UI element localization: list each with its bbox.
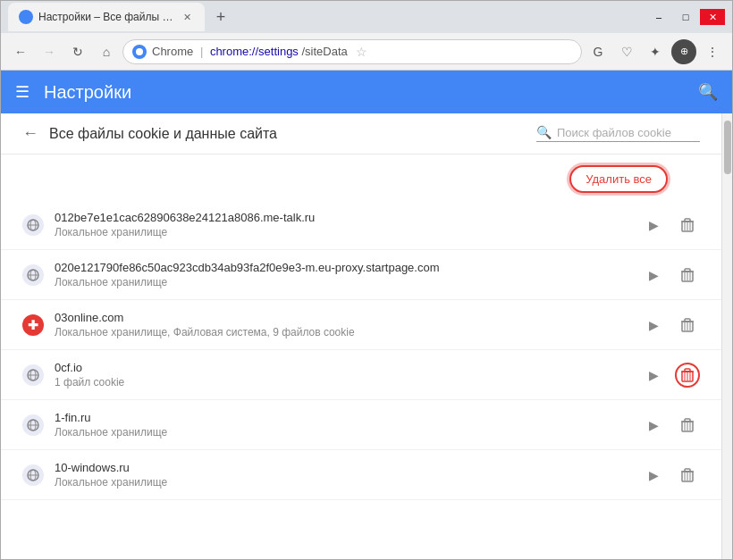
expand-button[interactable]: ▶ <box>643 218 664 232</box>
delete-item-button[interactable] <box>675 263 700 288</box>
window-controls: – □ ✕ <box>646 9 725 25</box>
site-info: 020e121790fe86c50ac923cdb34ab93fa2f0e9e3… <box>55 261 632 288</box>
shields-icon[interactable]: ♡ <box>614 39 639 64</box>
list-item: 0cf.io 1 файл cookie ▶ <box>1 350 721 400</box>
delete-all-row: Удалить все <box>1 155 721 200</box>
extensions-icon[interactable]: ✦ <box>643 39 668 64</box>
toolbar-icons: G ♡ ✦ ⊕ ⋮ <box>586 39 725 64</box>
search-input[interactable] <box>557 126 700 139</box>
list-item: 020e121790fe86c50ac923cdb34ab93fa2f0e9e3… <box>1 250 721 300</box>
search-icon: 🔍 <box>536 125 552 139</box>
site-description: Локальное хранилище <box>55 426 632 439</box>
content-area: ← Все файлы cookie и данные сайта 🔍 Удал… <box>1 113 732 559</box>
browser-window: Настройки – Все файлы cookie ✕ + – □ ✕ ←… <box>0 0 733 560</box>
site-domain: 020e121790fe86c50ac923cdb34ab93fa2f0e9e3… <box>55 261 632 274</box>
expand-button[interactable]: ▶ <box>643 268 664 282</box>
chrome-label: Chrome <box>152 45 193 58</box>
addressbar: ← → ↻ ⌂ Chrome | chrome://settings /site… <box>1 33 732 71</box>
settings-url: chrome://settings <box>210 45 299 58</box>
address-text: Chrome | chrome://settings /siteData <box>152 45 348 58</box>
page-title: Все файлы cookie и данные сайта <box>49 126 526 142</box>
expand-button[interactable]: ▶ <box>643 318 664 332</box>
site-domain: 03online.com <box>55 311 632 324</box>
tab-close-button[interactable]: ✕ <box>180 10 194 24</box>
tab-title: Настройки – Все файлы cookie <box>38 11 174 23</box>
url-path: /siteData <box>302 45 348 58</box>
app-header: ☰ Настройки 🔍 <box>1 71 732 113</box>
app-title: Настройки <box>44 82 131 103</box>
cookie-search-box[interactable]: 🔍 <box>536 125 700 142</box>
expand-button[interactable]: ▶ <box>643 468 664 482</box>
list-item: ✚ 03online.com Локальное хранилище, Файл… <box>1 300 721 350</box>
tab-favicon <box>19 10 33 24</box>
delete-all-button[interactable]: Удалить все <box>569 165 668 193</box>
site-description: Локальное хранилище, Файловая система, 9… <box>55 326 632 339</box>
site-domain: 0cf.io <box>55 361 632 374</box>
cookie-list: 012be7e1e1cac62890638e24121a8086.me-talk… <box>1 200 721 500</box>
site-icon-special: ✚ <box>22 314 44 336</box>
site-info: 10-windows.ru Локальное хранилище <box>55 461 632 489</box>
active-tab[interactable]: Настройки – Все файлы cookie ✕ <box>8 3 205 31</box>
delete-item-button[interactable] <box>675 463 700 488</box>
site-icon-globe <box>22 464 44 486</box>
scrollbar[interactable] <box>721 113 732 559</box>
site-description: Локальное хранилище <box>55 276 632 288</box>
scroll-thumb[interactable] <box>724 121 731 174</box>
titlebar: Настройки – Все файлы cookie ✕ + – □ ✕ <box>1 1 732 33</box>
delete-item-button[interactable] <box>675 313 700 338</box>
site-icon-globe <box>22 214 44 236</box>
site-icon-globe <box>22 264 44 286</box>
list-item: 10-windows.ru Локальное хранилище ▶ <box>1 450 721 500</box>
site-description: Локальное хранилище <box>55 226 632 238</box>
reload-button[interactable]: ↻ <box>65 39 90 64</box>
back-button[interactable]: ← <box>8 39 33 64</box>
translate-icon[interactable]: G <box>586 39 611 64</box>
header-search-icon[interactable]: 🔍 <box>698 82 718 102</box>
separator: | <box>200 45 206 58</box>
site-info: 012be7e1e1cac62890638e24121a8086.me-talk… <box>55 211 632 238</box>
hamburger-menu-icon[interactable]: ☰ <box>15 82 29 102</box>
svg-point-0 <box>136 48 143 55</box>
delete-item-button[interactable] <box>675 213 700 238</box>
site-info: 0cf.io 1 файл cookie <box>55 361 632 389</box>
main-area: ← Все файлы cookie и данные сайта 🔍 Удал… <box>1 113 721 559</box>
list-item: 1-fin.ru Локальное хранилище ▶ <box>1 400 721 450</box>
delete-item-button-highlighted[interactable] <box>675 363 700 388</box>
new-tab-button[interactable]: + <box>208 4 233 29</box>
back-navigation-button[interactable]: ← <box>22 124 38 143</box>
address-favicon <box>132 45 147 59</box>
minimize-button[interactable]: – <box>646 9 671 25</box>
delete-item-button[interactable] <box>675 413 700 438</box>
site-info: 1-fin.ru Локальное хранилище <box>55 411 632 439</box>
expand-button[interactable]: ▶ <box>643 368 664 382</box>
site-info: 03online.com Локальное хранилище, Файлов… <box>55 311 632 339</box>
forward-button[interactable]: → <box>37 39 62 64</box>
site-icon-globe <box>22 414 44 436</box>
menu-button[interactable]: ⋮ <box>700 39 725 64</box>
page-header: ← Все файлы cookie и данные сайта 🔍 <box>1 113 721 155</box>
maximize-button[interactable]: □ <box>673 9 698 25</box>
list-item: 012be7e1e1cac62890638e24121a8086.me-talk… <box>1 200 721 250</box>
site-description: 1 файл cookie <box>55 376 632 389</box>
expand-button[interactable]: ▶ <box>643 418 664 432</box>
site-domain: 012be7e1e1cac62890638e24121a8086.me-talk… <box>55 211 632 224</box>
bookmark-star[interactable]: ☆ <box>353 43 371 61</box>
profile-icon[interactable]: ⊕ <box>671 39 696 64</box>
site-domain: 10-windows.ru <box>55 461 632 474</box>
site-domain: 1-fin.ru <box>55 411 632 424</box>
site-icon-globe <box>22 364 44 386</box>
address-box[interactable]: Chrome | chrome://settings /siteData ☆ <box>122 39 582 64</box>
site-description: Локальное хранилище <box>55 476 632 489</box>
home-button[interactable]: ⌂ <box>94 39 119 64</box>
close-button[interactable]: ✕ <box>700 9 725 25</box>
